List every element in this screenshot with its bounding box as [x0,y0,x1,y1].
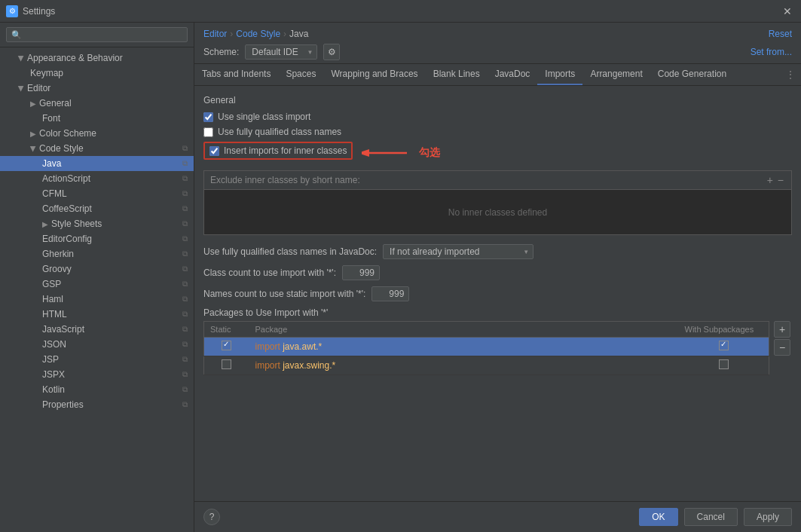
sidebar-item-label: EditorConfig [42,234,92,244]
packages-label: Packages to Use Import with '*' [203,307,792,318]
sidebar-item-style-sheets[interactable]: ▶ Style Sheets ⧉ [0,216,194,231]
sidebar-item-coffeescript[interactable]: CoffeeScript ⧉ [0,201,194,216]
packages-section: Packages to Use Import with '*' Static P… [203,307,792,375]
class-count-input[interactable] [342,265,380,280]
breadcrumb-code-style[interactable]: Code Style [236,29,280,39]
ok-button[interactable]: OK [639,508,677,526]
qualified-names-checkbox[interactable] [203,127,213,137]
set-from-link[interactable]: Set from... [751,47,792,57]
single-class-row: Use single class import [203,112,792,122]
inner-classes-label[interactable]: Insert imports for inner classes [224,145,347,156]
static-checkbox-2[interactable] [222,359,231,369]
sidebar-item-label: General [39,98,72,109]
names-count-label: Names count to use static import with '*… [203,289,365,299]
sidebar-item-properties[interactable]: Properties ⧉ [0,397,194,412]
expand-arrow-icon: ▶ [42,220,48,228]
inner-classes-row: Insert imports for inner classes 勾选 [203,142,792,164]
copy-icon: ⧉ [182,310,188,319]
static-checkbox-1[interactable] [222,341,231,350]
apply-button[interactable]: Apply [744,508,792,526]
table-side-buttons: + − [774,321,790,356]
sidebar-item-editorconfig[interactable]: EditorConfig ⧉ [0,231,194,246]
import-text-2: import javax.swing.* [255,360,336,371]
sidebar-item-actionscript[interactable]: ActionScript ⧉ [0,171,194,186]
tab-imports[interactable]: Imports [537,64,582,85]
sidebar-item-gherkin[interactable]: Gherkin ⧉ [0,246,194,261]
tab-arrangement[interactable]: Arrangement [582,64,650,85]
cancel-button[interactable]: Cancel [684,508,738,526]
sidebar-item-json[interactable]: JSON ⧉ [0,337,194,352]
sidebar-item-label: HTML [42,309,67,320]
table-row[interactable]: import javax.swing.* [204,356,769,375]
sidebar-item-cfml[interactable]: CFML ⧉ [0,186,194,201]
table-add-button[interactable]: + [774,321,790,338]
tabs-more-button[interactable]: ⋮ [780,66,801,83]
names-count-input[interactable] [371,286,409,301]
sidebar-item-html[interactable]: HTML ⧉ [0,307,194,322]
sidebar-item-label: ActionScript [42,173,90,184]
sidebar-item-haml[interactable]: Haml ⧉ [0,292,194,307]
sidebar-item-label: Keymap [30,68,63,78]
table-row[interactable]: import java.awt.* [204,338,769,356]
sidebar-item-kotlin[interactable]: Kotlin ⧉ [0,382,194,397]
scheme-gear-button[interactable]: ⚙ [323,44,340,60]
single-class-checkbox[interactable] [203,112,213,122]
sidebar-item-label: JavaScript [42,324,84,335]
tab-spaces[interactable]: Spaces [278,64,323,85]
sidebar-item-label: Code Style [39,143,84,154]
sidebar-item-general[interactable]: ▶ General [0,96,194,111]
single-class-label[interactable]: Use single class import [218,112,310,122]
col-header-static: Static [204,322,249,338]
tab-code-generation[interactable]: Code Generation [650,64,734,85]
no-inner-classes-text: No inner classes defined [448,207,547,218]
tab-tabs-indents[interactable]: Tabs and Indents [194,64,278,85]
copy-icon: ⧉ [182,325,188,334]
expand-arrow-icon: ▶ [17,85,26,91]
bottom-right: OK Cancel Apply [639,508,792,526]
search-input[interactable] [6,27,188,42]
sidebar-item-gsp[interactable]: GSP ⧉ [0,277,194,292]
qualified-javadoc-row: Use fully qualified class names in JavaD… [203,244,792,259]
subpkg-checkbox-1[interactable] [719,341,729,350]
sidebar-item-label: Editor [27,83,50,93]
subpkg-checkbox-2[interactable] [719,359,729,369]
package-cell-2: import javax.swing.* [249,356,679,375]
help-button[interactable]: ? [203,509,220,525]
close-button[interactable]: ✕ [780,5,795,17]
reset-link[interactable]: Reset [769,29,792,39]
tab-blank-lines[interactable]: Blank Lines [426,64,488,85]
sidebar-item-appearance-behavior[interactable]: ▶ Appearance & Behavior [0,50,194,66]
breadcrumb-sep-1: › [230,29,233,39]
exclude-add-button[interactable]: + [766,174,775,186]
copy-icon: ⧉ [182,174,188,183]
copy-icon: ⧉ [182,370,188,379]
sidebar-item-jspx[interactable]: JSPX ⧉ [0,367,194,382]
sidebar-item-code-style[interactable]: ▶ Code Style ⧉ [0,141,194,156]
sidebar-item-javascript[interactable]: JavaScript ⧉ [0,322,194,337]
sidebar-item-keymap[interactable]: Keymap [0,66,194,81]
sidebar-item-java[interactable]: Java ⧉ [0,156,194,171]
scheme-label: Scheme: [203,47,239,57]
copy-icon: ⧉ [182,159,188,168]
sidebar-item-jsp[interactable]: JSP ⧉ [0,352,194,367]
sidebar-item-editor[interactable]: ▶ Editor [0,81,194,96]
sidebar-item-label: CFML [42,188,67,199]
scheme-dropdown[interactable]: Default IDE Project [245,44,317,60]
exclude-buttons: + − [766,174,785,186]
qualified-javadoc-dropdown[interactable]: If not already imported Always Never [383,244,533,259]
qualified-names-label[interactable]: Use fully qualified class names [218,127,341,137]
sidebar-item-font[interactable]: Font [0,111,194,126]
copy-icon: ⧉ [182,144,188,153]
tab-wrapping-braces[interactable]: Wrapping and Braces [323,64,425,85]
tab-javadoc[interactable]: JavaDoc [488,64,538,85]
inner-classes-checkbox[interactable] [209,146,219,156]
copy-icon: ⧉ [182,400,188,409]
sidebar-item-color-scheme[interactable]: ▶ Color Scheme [0,126,194,141]
window-title: Settings [23,6,780,17]
exclude-remove-button[interactable]: − [776,174,785,186]
table-remove-button[interactable]: − [774,339,790,356]
copy-icon: ⧉ [182,355,188,364]
breadcrumb-editor[interactable]: Editor [203,29,227,39]
sidebar-tree: ▶ Appearance & Behavior Keymap ▶ Editor … [0,47,194,532]
sidebar-item-groovy[interactable]: Groovy ⧉ [0,261,194,277]
